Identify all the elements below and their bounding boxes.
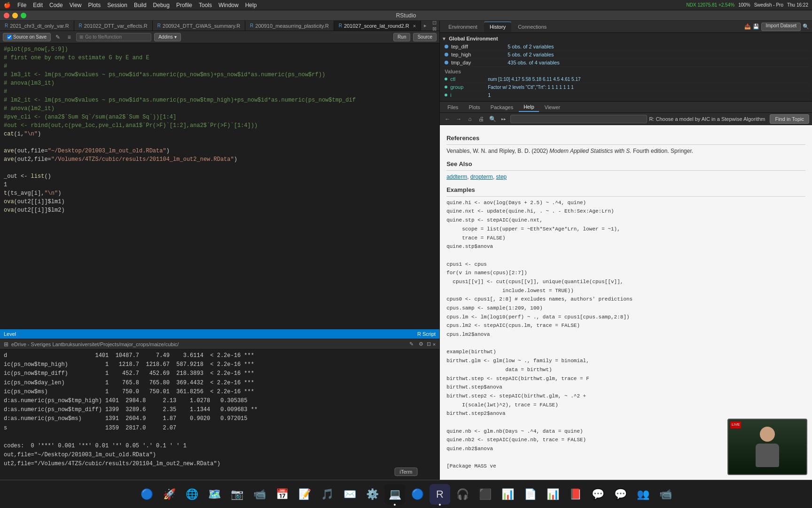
menu-edit[interactable]: Edit [33, 2, 43, 8]
dock-messages[interactable]: 💬 [610, 484, 631, 505]
env-expand-icon[interactable]: ▾ [443, 36, 445, 41]
dock-finder[interactable]: 🔵 [136, 484, 157, 505]
menu-help[interactable]: Help [245, 2, 257, 8]
see-also-title: See Also [446, 159, 805, 171]
close-tab-icon[interactable]: × [413, 23, 416, 29]
menu-file[interactable]: File [17, 2, 26, 8]
run-btn[interactable]: Run [393, 33, 410, 41]
home-btn[interactable]: ⌂ [465, 115, 475, 123]
battery-status: 100% [738, 2, 750, 8]
dock-excel[interactable]: 📊 [497, 484, 518, 505]
tab-history[interactable]: History [484, 22, 511, 32]
script-tab-gwas[interactable]: R 200924_DTT_GWAS_summary.R [153, 21, 245, 31]
find-icon[interactable]: 🔍 [488, 115, 497, 123]
dock-skype[interactable]: 💬 [587, 484, 608, 505]
dock-mail[interactable]: ✉️ [339, 484, 360, 505]
dock-vscode[interactable]: ⬛ [475, 484, 495, 505]
edit-icon[interactable]: ✎ [54, 33, 62, 41]
dock-facetime[interactable]: 📹 [249, 484, 270, 505]
tab-overflow-btn[interactable]: ▸ [421, 23, 429, 29]
menu-window[interactable]: Window [219, 2, 239, 8]
menu-code[interactable]: Code [49, 2, 63, 8]
help-search-input[interactable] [514, 116, 644, 122]
menu-session[interactable]: Session [107, 2, 127, 8]
editor-content[interactable]: #plot(ps_now[,5:9]) # first one by one t… [0, 43, 439, 329]
format-icon[interactable]: ≡ [65, 33, 73, 41]
tab-plots[interactable]: Plots [464, 103, 484, 112]
dock-launchpad[interactable]: 🚀 [159, 484, 180, 505]
forward-btn[interactable]: → [454, 115, 463, 123]
dock-powerpoint[interactable]: 📊 [542, 484, 563, 505]
dock-maps[interactable]: 🗺️ [204, 484, 225, 505]
import-dataset-btn[interactable]: Import Dataset [761, 23, 801, 31]
search-env-icon[interactable]: 🔍 [803, 24, 809, 30]
go-to-file-input[interactable]: ⊞ Go to file/function [76, 33, 151, 41]
script-tab-plasticity[interactable]: R 200910_measurring_plasticity.R [245, 21, 334, 31]
dock-calendar[interactable]: 📅 [272, 484, 292, 505]
menu-plots[interactable]: Plots [88, 2, 101, 8]
script-tab-chr3[interactable]: R 2021_chr3_dt_only_var.R [0, 21, 74, 31]
tab-restore-btn[interactable]: ⊡ ⊠ [429, 21, 439, 31]
env-item-tep-high[interactable]: tep_high 5 obs. of 2 variables [443, 51, 809, 59]
link-step[interactable]: step [496, 174, 507, 180]
code-editor[interactable]: #plot(ps_now[,5:9]) # first one by one t… [0, 43, 439, 339]
find-topic-btn[interactable]: Find in Topic [770, 114, 809, 124]
dock-settings[interactable]: ⚙️ [362, 484, 383, 505]
help-nav-extra[interactable]: ▸▸ [499, 115, 508, 123]
env-item-tep-diff[interactable]: tep_diff 5 obs. of 2 variables [443, 43, 809, 51]
tab-files[interactable]: Files [443, 103, 463, 112]
maximize-window-btn[interactable] [21, 13, 26, 18]
addins-btn[interactable]: Addins ▾ [154, 33, 180, 41]
script-tab-score[interactable]: R 201027_score_lat_round2.R × [334, 21, 422, 31]
env-item-ctl[interactable]: ctl num [1:10] 4.17 5.58 5.18 6.11 4.5 4… [443, 75, 809, 83]
menu-view[interactable]: View [70, 2, 82, 8]
gear-icon[interactable]: ⚙ [417, 341, 425, 348]
menu-debug[interactable]: Debug [153, 2, 170, 8]
source-on-save-checkbox[interactable] [7, 35, 12, 40]
env-item-group[interactable]: group Factor w/ 2 levels "Ctl","Trt": 1 … [443, 83, 809, 91]
code-line: birthwt.glm <- glm(low ~ ., family = bin… [446, 357, 805, 365]
source-btn[interactable]: Source [413, 33, 437, 41]
dock-rstudio[interactable]: R [429, 484, 450, 505]
tab-help[interactable]: Help [519, 103, 539, 112]
env-item-tmp-day[interactable]: tmp_day 435 obs. of 4 variables [443, 59, 809, 67]
menu-tools[interactable]: Tools [199, 2, 212, 8]
env-toolbar-icon1[interactable]: 📥 [744, 24, 751, 30]
close-pane-icon[interactable]: × [433, 341, 436, 347]
dock-spotify[interactable]: 🎧 [452, 484, 473, 505]
dock-photos[interactable]: 📷 [226, 484, 247, 505]
env-item-i[interactable]: i 1 [443, 91, 809, 99]
link-addterm[interactable]: addterm [446, 174, 467, 180]
menu-profile[interactable]: Profile [176, 2, 192, 8]
tab-packages[interactable]: Packages [486, 103, 518, 112]
dock-chrome[interactable]: 🔵 [407, 484, 428, 505]
dock-iterm[interactable]: 💻 [384, 484, 405, 505]
dock-zoom[interactable]: 📹 [655, 484, 676, 505]
close-window-btn[interactable] [4, 13, 9, 18]
code-line: quine.stp$anova [446, 242, 805, 251]
dock-teams[interactable]: 👥 [632, 484, 653, 505]
restore-icon[interactable]: ⊡ [427, 341, 431, 347]
dock-acrobat[interactable]: 📕 [565, 484, 586, 505]
script-tab-dtt-var[interactable]: R 201022_DTT_var_effects.R [74, 21, 153, 31]
tab-viewer[interactable]: Viewer [540, 103, 565, 112]
menu-build[interactable]: Build [134, 2, 147, 8]
tab-environment[interactable]: Environment [443, 22, 483, 32]
env-var-name: ctl [450, 76, 488, 82]
console-content[interactable]: d 1401 10487.7 7.49 3.6114 < 2.2e-16 ***… [0, 349, 439, 480]
minimize-window-btn[interactable] [12, 13, 18, 18]
console-line: ic(ps_now$tmp_high) 1 1218.7 1218.67 587… [4, 360, 436, 369]
dock-word[interactable]: 📄 [520, 484, 540, 505]
print-btn[interactable]: 🖨 [476, 115, 486, 123]
right-panel-tabs: Environment History Connections 📥 💾 Impo… [440, 21, 812, 33]
dock-notes[interactable]: 📝 [294, 484, 315, 505]
dock-itunes[interactable]: 🎵 [317, 484, 337, 505]
tab-connections[interactable]: Connections [512, 22, 552, 32]
source-on-save-btn[interactable]: Source on Save [3, 33, 51, 41]
dock-safari[interactable]: 🌐 [181, 484, 202, 505]
link-dropterm[interactable]: dropterm [470, 174, 493, 180]
env-toolbar-icon2[interactable]: 💾 [753, 24, 759, 30]
back-btn[interactable]: ← [443, 115, 452, 123]
apple-menu[interactable]: 🍎 [4, 2, 11, 8]
pen-icon[interactable]: ✎ [408, 341, 415, 348]
